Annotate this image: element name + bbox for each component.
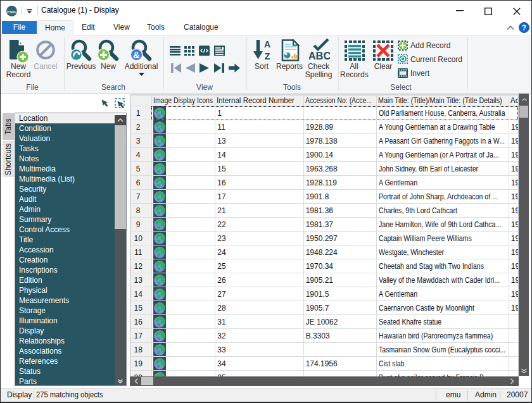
svg-text:ABC: ABC [309, 50, 330, 61]
svg-text:Z: Z [265, 51, 270, 61]
svg-text:A: A [264, 39, 270, 49]
svg-text:?: ? [522, 23, 526, 32]
svg-text:EMu: EMu [7, 9, 16, 15]
svg-text:&: & [133, 49, 140, 60]
